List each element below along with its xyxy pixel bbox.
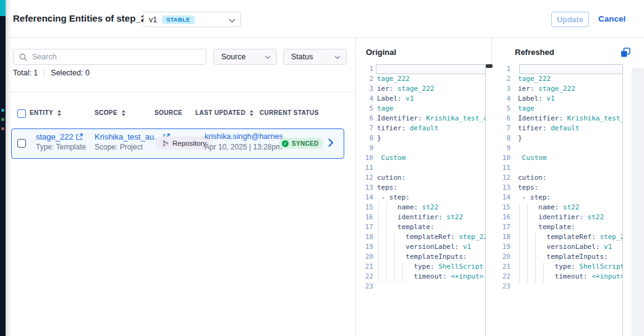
selected-count: Selected: 0	[51, 69, 90, 77]
line-number: 9	[498, 143, 511, 153]
indent-guide	[527, 203, 528, 282]
sidebar-icon-fragment	[1, 127, 4, 130]
line-number: 7	[358, 124, 373, 133]
line-number: 19	[358, 242, 373, 252]
line-number: 12	[358, 173, 373, 183]
select-all-checkbox[interactable]	[17, 109, 26, 118]
code-line: 5tage	[358, 104, 485, 114]
repository-icon	[162, 140, 169, 147]
code-line: 2tage_222	[358, 74, 485, 84]
code-line: 8}	[498, 133, 622, 143]
line-number: 22	[358, 272, 373, 282]
toolbar-divider	[6, 91, 355, 92]
update-button[interactable]: Update	[551, 12, 589, 27]
result-counts: Total: 1 Selected: 0	[13, 69, 90, 77]
source-filter-label: Source	[221, 52, 246, 61]
code-line: 15 name: st22	[358, 203, 485, 212]
code-line: 11	[358, 163, 485, 173]
sort-icon[interactable]	[250, 110, 253, 116]
code-line: 7tifier: default	[358, 124, 485, 133]
original-panel-title: Original	[366, 48, 396, 57]
cancel-button[interactable]: Cancel	[598, 14, 625, 23]
search-input[interactable]	[31, 52, 206, 62]
line-number: 21	[358, 262, 373, 272]
code-line: 14 - step:	[498, 193, 622, 203]
total-count: Total: 1	[13, 69, 38, 77]
code-line: 22 timeout: <+input>	[498, 272, 622, 282]
column-header-last-updated[interactable]: LAST UPDATED	[195, 109, 253, 116]
column-header-scope[interactable]: SCOPE	[95, 109, 125, 116]
source-filter-dropdown[interactable]: Source	[213, 49, 277, 65]
line-number: 17	[358, 222, 373, 232]
refreshed-code-panel[interactable]: 12tage_2223ier: stage_2224Label: v15tage…	[498, 64, 623, 336]
pane-divider	[355, 37, 356, 336]
code-line: 9	[498, 143, 622, 153]
diff-sash	[491, 37, 492, 64]
line-number: 8	[358, 133, 373, 143]
chevron-right-icon[interactable]	[328, 138, 334, 149]
code-line: 13teps:	[358, 183, 485, 193]
version-selector[interactable]: v1 STABLE	[143, 12, 241, 27]
code-line: 19 versionLabel: v1	[498, 242, 622, 252]
row-checkbox[interactable]	[17, 139, 26, 148]
code-line: 9	[358, 143, 485, 153]
external-link-icon	[76, 133, 83, 140]
code-line: 23	[498, 282, 622, 292]
code-line: 17 template:	[498, 222, 622, 232]
line-number: 14	[498, 193, 511, 203]
scrollbar-thumb[interactable]	[486, 64, 493, 68]
line-number: 16	[498, 212, 511, 222]
code-line: 11	[498, 163, 622, 173]
code-line: 12cution:	[498, 173, 622, 183]
code-line: 7tifier: default	[498, 124, 622, 133]
line-number: 11	[498, 163, 511, 173]
column-header-current-status: CURRENT STATUS	[260, 109, 319, 116]
line-number: 10	[498, 153, 511, 163]
search-icon	[19, 53, 27, 61]
status-filter-label: Status	[291, 52, 313, 61]
line-number: 8	[498, 133, 511, 143]
column-header-entity[interactable]: ENTITY	[30, 109, 61, 116]
updated-by-link[interactable]: krishika.singh@harnes...	[205, 132, 289, 141]
code-line: 8}	[358, 133, 485, 143]
scroll-gutter	[632, 68, 644, 336]
code-line: 14 - step:	[358, 193, 485, 203]
code-line: 18 templateRef: step_222	[358, 232, 485, 242]
code-line: 20 templateInputs:	[358, 252, 485, 262]
header-divider	[6, 37, 644, 38]
scope-sub: Scope: Project	[95, 143, 143, 151]
line-number: 1	[498, 64, 511, 74]
code-line: 10 Custom	[498, 153, 622, 163]
sort-icon[interactable]	[122, 110, 125, 116]
entity-type: Type: Template	[36, 143, 86, 151]
code-line: 5tage	[498, 104, 622, 114]
status-filter-dropdown[interactable]: Status	[283, 49, 347, 65]
indent-guide	[386, 203, 387, 282]
code-line: 16 identifier: st22	[358, 212, 485, 222]
line-number: 5	[498, 104, 511, 114]
line-number: 18	[498, 232, 511, 242]
code-line: 21 type: ShellScript	[498, 262, 622, 272]
code-line: 18 templateRef: step_222	[498, 232, 622, 242]
code-line: 20 templateInputs:	[498, 252, 622, 262]
sort-icon[interactable]	[57, 110, 61, 116]
code-line: 12cution:	[358, 173, 485, 183]
line-number: 13	[498, 183, 511, 193]
line-number: 12	[498, 173, 511, 183]
code-line: 17 template:	[358, 222, 485, 232]
code-line: 2tage_222	[498, 74, 622, 84]
line-number: 10	[358, 153, 373, 163]
line-number: 15	[358, 203, 373, 212]
code-line: 16 identifier: st22	[498, 212, 622, 222]
entity-name-link[interactable]: stage_222	[36, 132, 83, 141]
code-line: 6Identifier: Krishika_test_aut	[358, 114, 485, 124]
version-stable-badge: STABLE	[162, 15, 194, 24]
brand-corner	[0, 0, 6, 16]
status-badge: ✓ SYNCED	[279, 138, 323, 149]
code-line: 6Identifier: Krishika_test_aut	[498, 114, 622, 124]
original-code-panel[interactable]: 12tage_2223ier: stage_2224Label: v15tage…	[358, 64, 486, 336]
copy-icon[interactable]	[620, 47, 631, 61]
collapsed-region-bar	[519, 64, 622, 74]
line-number: 5	[358, 104, 373, 114]
column-header-source: SOURCE	[155, 109, 182, 116]
